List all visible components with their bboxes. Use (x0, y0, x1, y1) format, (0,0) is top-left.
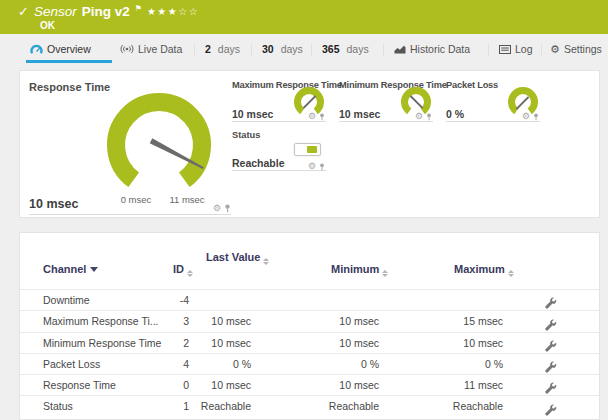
divider (339, 121, 433, 122)
sensor-name: Ping v2 (82, 4, 130, 19)
live-data-icon (120, 44, 134, 54)
table-row-minimum-response-time[interactable]: Minimum Response Time 2 10 msec 10 msec … (20, 332, 599, 353)
priority-stars[interactable]: ★★★☆☆ (147, 6, 199, 17)
cell-minimum: 10 msec (290, 375, 379, 396)
cell-maximum: 10 msec (410, 333, 503, 354)
channel-rows: Downtime -4 Maximum Response Ti... 3 10 … (20, 289, 599, 417)
response-time-gauge-label: Response Time (29, 81, 110, 93)
tab-unit: days (347, 43, 369, 55)
minimum-response-time-cell: Minimum Response Time 10 msec ⚙ (339, 71, 433, 219)
pin-icon[interactable] (426, 113, 432, 121)
wrench-icon[interactable] (545, 340, 557, 352)
wrench-icon[interactable] (545, 382, 557, 394)
tab-separator (383, 44, 384, 56)
tab-number: 365 (322, 43, 340, 55)
sort-icon (187, 270, 193, 277)
column-header-label: Last Value (206, 251, 260, 263)
tab-2-days[interactable]: 2days (205, 43, 240, 55)
cell-last-value: Reachable (190, 396, 251, 417)
pin-icon[interactable] (224, 204, 231, 213)
minimum-response-time-value: 10 msec (339, 108, 380, 120)
cell-minimum: 10 msec (290, 333, 379, 354)
column-header-label: ID (173, 263, 184, 275)
column-header-channel[interactable]: Channel (43, 263, 98, 275)
packet-loss-label: Packet Loss (446, 80, 498, 90)
gear-icon: ⚙ (550, 44, 560, 55)
maximum-response-time-value: 10 msec (232, 108, 273, 120)
wrench-icon[interactable] (545, 297, 557, 309)
cell-id: -4 (140, 290, 189, 311)
sensor-kind-label: Sensor (34, 4, 77, 19)
column-header-id[interactable]: ID (140, 263, 193, 277)
divider (29, 214, 231, 215)
table-row-maximum-response-time[interactable]: Maximum Response Ti... 3 10 msec 10 msec… (20, 310, 599, 331)
tab-overview[interactable]: Overview (30, 43, 91, 55)
sensor-header: ✓ Sensor Ping v2 ⚑ ★★★☆☆ OK (0, 0, 608, 34)
divider (232, 121, 326, 122)
pin-icon[interactable] (319, 113, 325, 121)
tab-log[interactable]: Log (499, 43, 533, 55)
tab-30-days[interactable]: 30days (262, 43, 303, 55)
table-row-status[interactable]: Status 1 Reachable Reachable Reachable (20, 395, 599, 416)
status-label: Status (232, 130, 260, 140)
tab-unit: days (218, 43, 240, 55)
column-header-label: Minimum (331, 263, 379, 275)
column-header-last-value[interactable]: Last Value (206, 251, 255, 265)
column-header-maximum[interactable]: Maximum (454, 263, 514, 277)
packet-loss-cell: Packet Loss 0 % ⚙ (446, 71, 540, 219)
tab-number: 2 (205, 43, 211, 55)
cell-maximum: 0 % (410, 354, 503, 375)
tab-label: Historic Data (410, 43, 470, 55)
wrench-icon[interactable] (545, 319, 557, 331)
gear-icon[interactable]: ⚙ (308, 162, 316, 171)
tab-unit: days (281, 43, 303, 55)
pin-icon[interactable] (533, 113, 539, 121)
tab-label: Log (515, 43, 533, 55)
overview-gauges-panel: Response Time 0 msec 11 msec 10 msec ⚙ M… (19, 70, 600, 218)
pin-icon[interactable] (319, 163, 325, 171)
tab-live-data[interactable]: Live Data (120, 43, 182, 55)
gear-icon[interactable]: ⚙ (522, 112, 530, 121)
sensor-status-badge: OK (40, 20, 55, 31)
cell-channel: Packet Loss (43, 354, 100, 375)
tab-label: Live Data (138, 43, 182, 55)
table-row-response-time[interactable]: Response Time 0 10 msec 10 msec 11 msec (20, 374, 599, 395)
packet-loss-value: 0 % (446, 108, 464, 120)
gear-icon[interactable]: ⚙ (415, 112, 423, 121)
cell-channel: Status (43, 396, 73, 417)
response-time-value: 10 msec (29, 197, 78, 211)
tab-number: 30 (262, 43, 274, 55)
gear-icon[interactable]: ⚙ (213, 204, 221, 213)
table-row-packet-loss[interactable]: Packet Loss 4 0 % 0 % 0 % (20, 353, 599, 374)
sort-desc-icon (90, 267, 98, 272)
divider (446, 121, 540, 122)
sort-icon (508, 270, 514, 277)
status-toggle-knob (307, 146, 317, 153)
tab-separator (488, 44, 489, 56)
tab-separator (311, 44, 312, 56)
column-header-label: Maximum (454, 263, 505, 275)
column-header-minimum[interactable]: Minimum (331, 263, 388, 277)
sort-icon (263, 258, 269, 265)
wrench-icon[interactable] (545, 361, 557, 373)
cell-maximum: Reachable (410, 396, 503, 417)
cell-minimum: 10 msec (290, 311, 379, 332)
table-row-downtime[interactable]: Downtime -4 (20, 289, 599, 310)
status-value: Reachable (232, 157, 285, 169)
channel-table-panel: Channel ID Last Value Minimum Maximum Do… (19, 232, 600, 420)
tab-historic-data[interactable]: Historic Data (394, 43, 470, 55)
tab-settings[interactable]: ⚙ Settings (550, 43, 602, 55)
cell-id: 3 (140, 311, 189, 332)
log-icon (499, 45, 511, 54)
check-icon: ✓ (18, 4, 29, 19)
cell-id: 4 (140, 354, 189, 375)
cell-last-value: 10 msec (190, 375, 251, 396)
cell-channel: Downtime (43, 290, 90, 311)
gear-icon[interactable]: ⚙ (308, 112, 316, 121)
cell-minimum: 0 % (290, 354, 379, 375)
tab-365-days[interactable]: 365days (322, 43, 369, 55)
tab-label: Settings (564, 43, 602, 55)
wrench-icon[interactable] (545, 404, 557, 416)
bar-chart-icon (394, 44, 406, 54)
flag-icon[interactable]: ⚑ (135, 4, 142, 13)
